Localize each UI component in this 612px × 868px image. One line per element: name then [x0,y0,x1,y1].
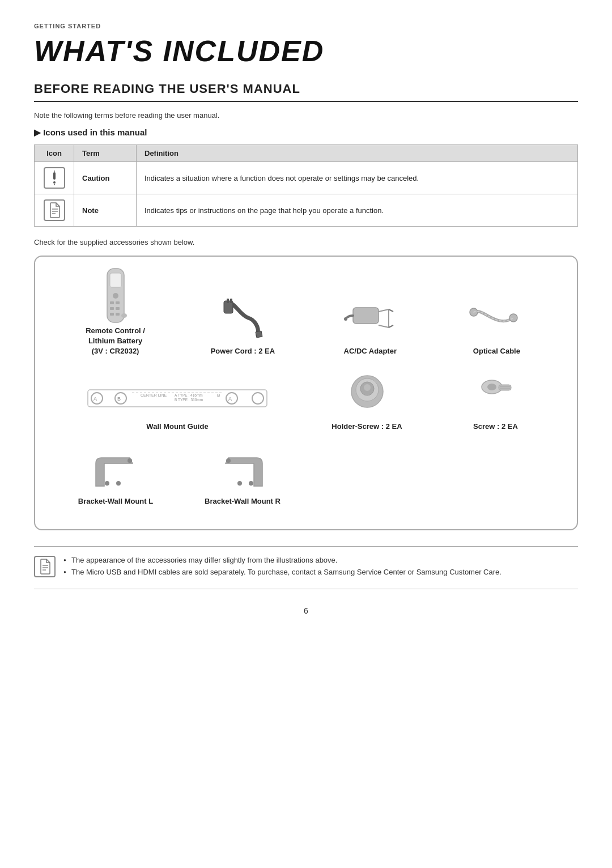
acc-screw: Screw : 2 EA [431,366,560,435]
svg-point-25 [509,314,517,322]
svg-point-47 [487,384,496,390]
svg-text:A: A [228,396,232,402]
acc-remote-control: Remote Control /Lithium Battery(3V : CR2… [81,270,150,360]
accessories-row-1: Remote Control /Lithium Battery(3V : CR2… [52,270,560,360]
bracket-wall-l-label: Bracket-Wall Mount L [78,496,153,507]
svg-text:CENTER LINE: CENTER LINE [141,393,167,397]
svg-rect-44 [499,385,511,390]
intro-text: Note the following terms before reading … [34,111,578,120]
svg-point-9 [113,293,118,299]
note-item-1: The appearance of the accessories may di… [63,556,502,564]
svg-rect-20 [353,308,379,324]
svg-rect-11 [116,301,120,304]
svg-rect-15 [116,313,120,316]
icons-heading: Icons used in this manual [34,127,578,138]
acc-power-cord: Power Cord : 2 EA [207,270,278,360]
caution-icon [44,167,65,189]
svg-point-16 [121,313,127,318]
acc-holder-screw: Holder-Screw : 2 EA [303,366,431,435]
bracket-wall-r-label: Bracket-Wall Mount R [205,496,280,507]
accessories-row-2: A B CENTER LINE A TYPE : 416mm B TYPE : … [52,366,560,435]
accessories-box: Remote Control /Lithium Battery(3V : CR2… [34,256,578,530]
page-number: 6 [34,606,578,615]
svg-text:B: B [217,393,220,398]
acc-bracket-wall-l: Bracket-Wall Mount L [52,441,179,510]
svg-rect-19 [230,299,232,303]
svg-point-42 [364,384,371,391]
svg-rect-14 [110,313,114,316]
page-title: WHAT'S INCLUDED [34,34,578,68]
note-definition: Indicates tips or instructions on the pa… [137,194,578,227]
svg-point-53 [226,458,231,463]
acc-bracket-wall-r: Bracket-Wall Mount R [179,441,306,510]
svg-rect-18 [227,299,229,303]
acc-ac-adapter: AC/DC Adapter [335,270,405,360]
ac-adapter-label: AC/DC Adapter [344,346,397,356]
acc-optical-cable: Optical Cable [462,270,531,360]
svg-text:B: B [117,396,121,402]
caution-term: Caution [74,162,137,194]
note-term: Note [74,194,137,227]
screw-label: Screw : 2 EA [473,422,518,432]
svg-rect-0 [53,172,56,180]
note-box: The appearance of the accessories may di… [34,546,578,589]
svg-point-23 [344,317,347,321]
svg-point-48 [105,481,109,486]
check-text: Check for the supplied accessories shown… [34,238,578,246]
svg-rect-12 [110,307,114,310]
optical-cable-label: Optical Cable [473,346,520,356]
svg-point-52 [237,481,242,486]
note-box-icon [34,556,56,577]
svg-rect-10 [110,301,114,304]
caution-definition: Indicates a situation where a function d… [137,162,578,194]
svg-point-51 [249,481,253,486]
table-row: Caution Indicates a situation where a fu… [35,162,578,194]
svg-rect-8 [110,273,121,287]
svg-rect-1 [53,181,56,184]
svg-line-21 [389,309,393,312]
icon-table: Icon Term Definition Caution Indicates a… [34,144,578,227]
acc-wall-mount-guide: A B CENTER LINE A TYPE : 416mm B TYPE : … [52,366,303,435]
col-term: Term [74,145,137,162]
accessories-row-3: Bracket-Wall Mount L Bracket-Wall Mount … [52,441,560,510]
note-content: The appearance of the accessories may di… [63,556,502,580]
table-row: Note Indicates tips or instructions on t… [35,194,578,227]
col-definition: Definition [137,145,578,162]
section-title: BEFORE READING THE USER'S MANUAL [34,82,578,102]
svg-point-38 [252,393,264,404]
note-icon [44,199,65,221]
wall-mount-guide-label: Wall Mount Guide [146,422,208,432]
svg-text:A: A [94,396,97,402]
svg-text:A TYPE : 416mm: A TYPE : 416mm [175,393,203,397]
svg-text:B TYPE : 360mm: B TYPE : 360mm [175,398,203,402]
note-item-2: The Micro USB and HDMI cables are sold s… [63,568,502,576]
svg-line-22 [389,325,393,327]
svg-rect-13 [116,307,120,310]
breadcrumb: GETTING STARTED [34,23,578,29]
svg-point-50 [128,458,132,463]
holder-screw-label: Holder-Screw : 2 EA [332,422,402,432]
remote-control-label: Remote Control /Lithium Battery(3V : CR2… [86,326,145,357]
svg-point-49 [116,481,121,486]
power-cord-label: Power Cord : 2 EA [211,346,275,356]
col-icon: Icon [35,145,74,162]
